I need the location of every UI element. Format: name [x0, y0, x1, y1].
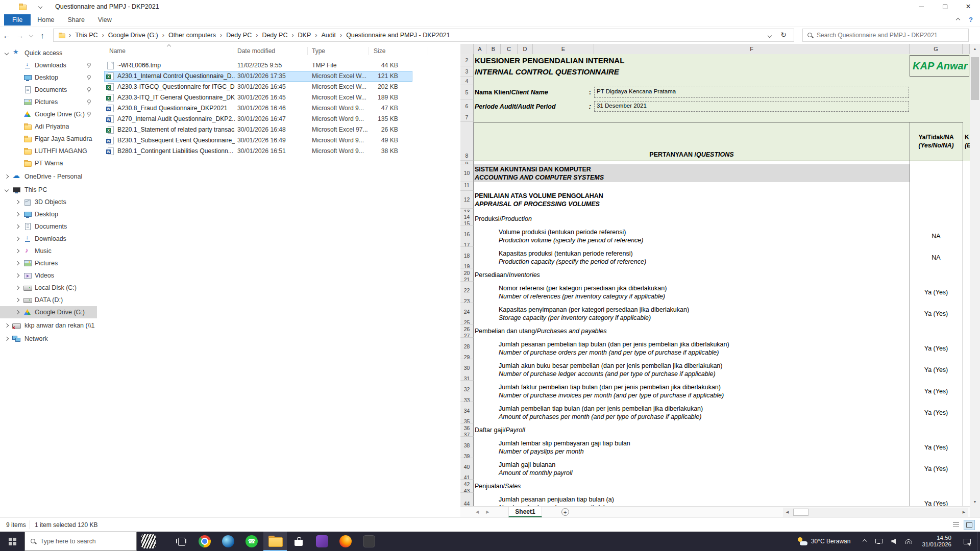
taskbar-app-media-app[interactable] [310, 532, 334, 551]
taskbar-app-zebra-app[interactable] [137, 532, 160, 551]
file-row-a230-8-fraud-questionnaire-dkp2021[interactable]: A230.8_Fraud Questionnaire_DKP202130/01/… [104, 103, 412, 114]
breadcrumb-item-dedy-pc[interactable]: Dedy PC [261, 31, 288, 40]
sidebar-item-3d-objects[interactable]: 3D Objects [0, 196, 97, 208]
tab-share[interactable]: Share [61, 14, 91, 26]
file-size: 47 KB [344, 105, 398, 112]
breadcrumb-item-this-pc[interactable]: This PC [74, 31, 99, 40]
file-row-a230-3-itq-it-general-questionnaire-dk[interactable]: A230.3-ITQ_IT General Questionnaire_DK..… [104, 92, 412, 103]
tab-view[interactable]: View [91, 14, 118, 26]
sidebar-item-videos[interactable]: Videos [0, 269, 97, 282]
address-dropdown-icon[interactable] [768, 34, 772, 38]
file-row-wrl0066-tmp[interactable]: ~WRL0066.tmp11/02/2025 9:55TMP File44 KB [104, 60, 412, 71]
scroll-down-icon[interactable] [970, 497, 980, 506]
scrollbar-thumb[interactable] [793, 509, 808, 516]
column-header-name[interactable]: Name [109, 47, 126, 55]
breadcrumb-item-questionnaire-and-pmpj-dkp2021[interactable]: Questionnaire and PMPJ - DKP2021 [345, 31, 451, 40]
sidebar-item-music[interactable]: Music [0, 245, 97, 257]
taskbar-app-task-view[interactable] [169, 532, 193, 551]
scroll-up-icon[interactable] [970, 44, 980, 53]
taskbar-app-chrome[interactable] [193, 532, 216, 551]
forward-button[interactable] [13, 31, 27, 40]
sidebar-item-desktop[interactable]: Desktop [0, 208, 97, 220]
scroll-left-icon[interactable] [783, 508, 792, 517]
scroll-right-icon[interactable] [960, 508, 968, 517]
sidebar-item-pictures[interactable]: Pictures [0, 257, 97, 269]
scrollbar-thumb[interactable] [971, 57, 979, 100]
tab-file[interactable]: File [4, 14, 31, 26]
taskbar-search-box[interactable]: Type here to search [24, 532, 137, 551]
wifi-tray-icon[interactable] [905, 539, 912, 544]
taskbar-app-dev-app[interactable] [357, 532, 381, 551]
breadcrumb-separator-icon [220, 32, 222, 39]
weather-widget[interactable]: 30°C Berawan [797, 537, 851, 545]
ribbon-collapse-icon[interactable] [956, 17, 960, 21]
sidebar-item-documents[interactable]: Documents [0, 84, 97, 96]
sidebar-item-adi-priyatna[interactable]: Adi Priyatna [0, 120, 97, 133]
sidebar-item-quick-access[interactable]: Quick access [0, 47, 97, 59]
file-row-a230-3-itgcq-questionnaire-for-itgc-dk[interactable]: A230.3-ITGCQ_Questionnaire for ITGC_DK..… [104, 82, 412, 92]
sheet-nav-left-icon[interactable] [476, 510, 479, 514]
sidebar-item-downloads[interactable]: Downloads [0, 233, 97, 245]
breadcrumb-item-dkp[interactable]: DKP [297, 31, 312, 40]
file-row-a270-internal-audit-questionnaire-dkp2[interactable]: A270_Internal Audit Questionnaire_DKP2..… [104, 114, 412, 124]
taskbar-clock[interactable]: 14:50 31/01/2026 [922, 535, 951, 548]
sidebar-item-kkp-anwar-dan-rekan-1[interactable]: kkp anwar dan rekan (\\1 [0, 319, 97, 332]
volume-tray-icon[interactable] [891, 539, 896, 544]
sidebar-item-figar-jaya-samudra[interactable]: Figar Jaya Samudra [0, 133, 97, 145]
taskbar-app-file-explorer[interactable] [263, 532, 287, 551]
taskbar-app-whatsapp[interactable] [240, 532, 263, 551]
preview-horizontal-scrollbar[interactable] [783, 508, 968, 517]
quick-access-toolbar-chevron-icon[interactable] [38, 5, 42, 9]
sidebar-item-network[interactable]: Network [0, 333, 97, 345]
sidebar-item-pt-warna[interactable]: PT Warna [0, 157, 97, 169]
help-icon[interactable] [969, 16, 973, 23]
details-view-button[interactable] [950, 520, 962, 530]
sheet-nav-right-icon[interactable] [486, 510, 489, 514]
breadcrumb-item-google-drive-g[interactable]: Google Drive (G:) [107, 31, 159, 40]
close-button[interactable] [957, 0, 980, 13]
breadcrumb-item-other-computers[interactable]: Other computers [167, 31, 217, 40]
taskbar-app-microsoft-store[interactable] [287, 532, 310, 551]
hidden-icons-button[interactable] [863, 540, 866, 543]
network-tray-icon[interactable] [875, 539, 882, 544]
sidebar-item-luthfi-magang[interactable]: LUTHFI MAGANG [0, 145, 97, 157]
column-header-type[interactable]: Type [312, 47, 325, 55]
maximize-button[interactable] [933, 0, 957, 13]
refresh-icon[interactable] [780, 31, 787, 39]
show-desktop-button[interactable] [977, 532, 980, 551]
sidebar-item-desktop[interactable]: Desktop [0, 71, 97, 84]
thumbnail-view-button[interactable] [964, 520, 975, 530]
taskbar-app-firefox[interactable] [334, 532, 357, 551]
sidebar-item-onedrive-personal[interactable]: OneDrive - Personal [0, 170, 97, 183]
file-row-b280-1-contingent-liabilities-questionn[interactable]: B280.1_Contingent Liabilities Questionn.… [104, 146, 412, 157]
minimize-button[interactable] [910, 0, 933, 13]
column-header-size[interactable]: Size [374, 47, 385, 55]
sidebar-item-this-pc[interactable]: This PC [0, 184, 97, 196]
sidebar-item-pictures[interactable]: Pictures [0, 96, 97, 108]
file-row-b220-1-statement-of-related-party-transac[interactable]: B220.1_Statement of related party transa… [104, 124, 412, 135]
add-sheet-icon[interactable] [561, 508, 569, 516]
up-button[interactable] [36, 31, 49, 40]
sidebar-item-google-drive-g[interactable]: Google Drive (G:) [0, 108, 97, 120]
taskbar-app-edge[interactable] [216, 532, 240, 551]
sidebar-item-downloads[interactable]: Downloads [0, 59, 97, 71]
preview-vertical-scrollbar[interactable] [970, 44, 980, 506]
file-row-a230-1-internal-control-questionnaire-d[interactable]: A230.1_Internal Control Questionnaire_D.… [104, 71, 412, 82]
file-row-b230-1-subsequent-event-questionnaire[interactable]: B230.1_Subsequent Event Questionnaire_..… [104, 135, 412, 146]
breadcrumb-item-dedy-pc[interactable]: Dedy PC [225, 31, 253, 40]
address-box[interactable]: This PCGoogle Drive (G:)Other computersD… [53, 29, 794, 42]
sidebar-item-documents[interactable]: Documents [0, 220, 97, 233]
search-box[interactable]: Search Questionnaire and PMPJ - DKP2021 [802, 29, 969, 42]
sidebar-item-local-disk-c[interactable]: Local Disk (C:) [0, 282, 97, 294]
tab-home[interactable]: Home [31, 14, 61, 26]
action-center-icon[interactable] [964, 539, 971, 544]
sidebar-item-google-drive-g[interactable]: Google Drive (G:) [0, 306, 97, 318]
back-button[interactable] [0, 31, 13, 40]
sheet-tab-sheet1[interactable]: Sheet1 [508, 507, 542, 517]
search-icon [30, 538, 36, 544]
breadcrumb-item-audit[interactable]: Audit [320, 31, 337, 40]
column-header-date-modified[interactable]: Date modified [237, 47, 275, 55]
recent-locations-chevron-icon[interactable] [29, 33, 33, 37]
start-button[interactable] [0, 532, 24, 551]
sidebar-item-data-d[interactable]: DATA (D:) [0, 294, 97, 306]
